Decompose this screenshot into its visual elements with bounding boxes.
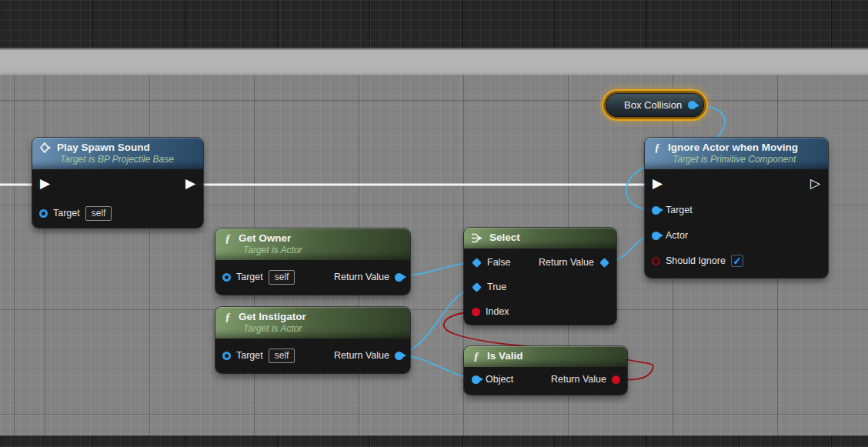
return-value-pin[interactable] <box>612 375 620 384</box>
get-owner-header: ƒ Get Owner Target is Actor <box>215 229 410 260</box>
box-collision-output-pin[interactable] <box>688 101 696 109</box>
target-pin-label: Target <box>53 208 80 218</box>
blueprint-editor: Box Collision Play Spawn Sound Target is… <box>0 0 868 447</box>
exec-input-pin[interactable]: ▶ <box>40 177 50 190</box>
node-title: Ignore Actor when Moving <box>668 142 798 154</box>
node-title: Get Owner <box>239 232 291 245</box>
top-dark-panel <box>0 0 868 48</box>
node-subtitle: Target is Actor <box>222 323 402 335</box>
target-pin[interactable] <box>222 352 231 360</box>
false-pin-label: False <box>487 257 511 268</box>
node-ignore-actor-when-moving[interactable]: ƒ Ignore Actor when Moving Target is Pri… <box>645 138 828 278</box>
target-self-field[interactable]: self <box>85 206 112 221</box>
node-get-instigator[interactable]: ƒ Get Instigator Target is Actor Target … <box>215 307 410 373</box>
target-self-field[interactable]: self <box>269 349 295 363</box>
exec-input-pin[interactable]: ▶ <box>653 177 663 190</box>
function-icon: ƒ <box>652 142 663 154</box>
return-value-pin[interactable] <box>599 258 609 268</box>
index-pin-label: Index <box>486 306 509 317</box>
get-instigator-header: ƒ Get Instigator Target is Actor <box>215 307 410 339</box>
box-collision-label: Box Collision <box>624 99 682 111</box>
node-subtitle: Target is Primitive Component <box>652 154 820 165</box>
node-subtitle: Target is Actor <box>222 245 402 256</box>
node-select[interactable]: Select False Return Value True Index <box>464 228 616 325</box>
object-pin-label: Object <box>486 374 513 385</box>
should-ignore-checkbox[interactable]: ✓ <box>731 255 743 267</box>
return-value-label: Return Value <box>539 257 594 268</box>
exec-output-pin[interactable]: ▶ <box>185 177 195 190</box>
node-title: Is Valid <box>487 350 523 362</box>
node-subtitle: Target is BP Projectile Base <box>39 154 195 165</box>
function-icon: ƒ <box>471 350 482 362</box>
function-icon: ƒ <box>222 232 233 245</box>
target-pin-label: Target <box>236 272 263 282</box>
target-self-field[interactable]: self <box>269 270 295 285</box>
play-spawn-sound-header: Play Spawn Sound Target is BP Projectile… <box>32 138 203 169</box>
index-pin[interactable] <box>472 308 480 316</box>
target-pin-label: Target <box>666 205 693 215</box>
object-pin[interactable] <box>472 375 480 384</box>
return-value-label: Return Value <box>551 374 606 385</box>
select-icon <box>471 233 484 243</box>
true-pin[interactable] <box>472 282 482 292</box>
exec-output-pin[interactable]: ▷ <box>810 177 820 190</box>
return-value-label: Return Value <box>334 350 389 361</box>
horizontal-divider-bar <box>0 48 868 75</box>
return-value-pin[interactable] <box>395 273 403 282</box>
node-play-spawn-sound[interactable]: Play Spawn Sound Target is BP Projectile… <box>32 138 203 228</box>
node-get-owner[interactable]: ƒ Get Owner Target is Actor Target self … <box>215 229 410 295</box>
node-is-valid[interactable]: ƒ Is Valid Object Return Value <box>464 346 627 395</box>
node-box-collision[interactable]: Box Collision <box>603 91 706 119</box>
true-pin-label: True <box>487 282 506 292</box>
false-pin[interactable] <box>472 258 482 268</box>
target-pin[interactable] <box>222 273 231 282</box>
target-pin-label: Target <box>236 350 263 361</box>
diamond-arrow-icon <box>39 142 52 153</box>
actor-pin-label: Actor <box>666 230 688 241</box>
target-pin[interactable] <box>652 206 660 215</box>
bottom-dark-panel <box>0 435 868 447</box>
actor-pin[interactable] <box>652 232 660 240</box>
node-title: Select <box>489 232 520 244</box>
node-title: Get Instigator <box>239 311 306 323</box>
should-ignore-pin[interactable] <box>652 257 660 265</box>
return-value-label: Return Value <box>334 272 389 282</box>
function-icon: ƒ <box>222 311 233 323</box>
should-ignore-label: Should Ignore <box>666 255 726 266</box>
is-valid-header: ƒ Is Valid <box>464 346 627 367</box>
node-title: Play Spawn Sound <box>57 142 150 154</box>
target-pin[interactable] <box>39 209 48 218</box>
ignore-actor-header: ƒ Ignore Actor when Moving Target is Pri… <box>645 138 828 169</box>
select-header: Select <box>464 228 616 249</box>
return-value-pin[interactable] <box>395 352 403 360</box>
